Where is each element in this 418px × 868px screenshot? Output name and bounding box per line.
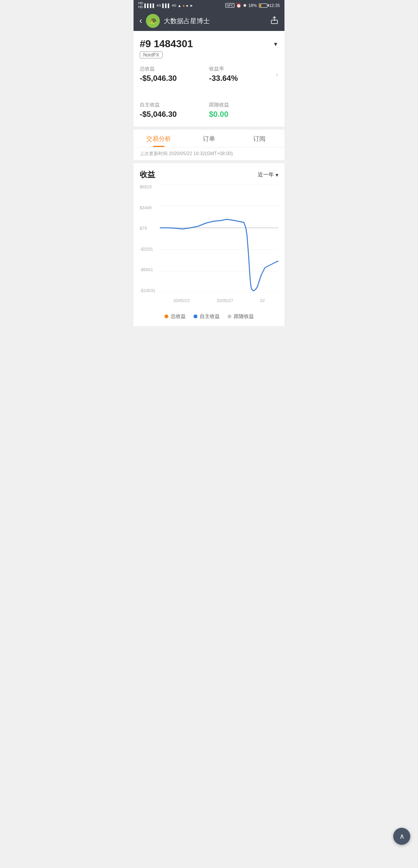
total-profit-label: 总收益 (140, 65, 209, 72)
signal2-icon: ▌▌▌ (162, 3, 170, 8)
app-icon2: ● (186, 3, 188, 8)
legend-dot-blue (194, 314, 197, 318)
self-profit-group: 自主收益 -$5,046.30 (140, 101, 209, 119)
app-icon3: ➤ (190, 3, 193, 8)
page-title: 大数据占星博士 (164, 17, 270, 26)
nfc-icon: NFC (225, 3, 235, 8)
status-right: NFC ⏰ ✱ 18% 12:35 (225, 3, 280, 8)
profit-rate-value: -33.64% (209, 74, 278, 83)
tab-orders[interactable]: 订单 (184, 130, 234, 147)
app-icon1: ● (183, 3, 185, 8)
update-time: 上次更新时间 2020/05/22 16:32(GMT+08:00) (134, 147, 284, 160)
alarm-icon: ⏰ (236, 3, 242, 8)
x-label-1: 20/05/22 (173, 298, 190, 303)
account-dropdown[interactable]: ▼ (273, 41, 278, 47)
self-profit-label: 自主收益 (140, 101, 209, 108)
hd-icon: HDHD (138, 2, 143, 9)
x-label-3: 02 (260, 298, 265, 303)
chevron-down-icon: ▾ (276, 172, 278, 178)
spacer (140, 89, 209, 95)
legend-follow-label: 跟随收益 (234, 313, 254, 320)
avatar: 🐢 (146, 14, 160, 28)
broker-badge: NordFX (140, 51, 163, 58)
y-label-3: $79 (140, 226, 160, 231)
4g-icon: 4G (156, 3, 161, 7)
tabs-section: 交易分析 订单 订阅 上次更新时间 2020/05/22 16:32(GMT+0… (134, 130, 284, 163)
legend-total-label: 总收益 (171, 313, 186, 320)
follow-profit-group: 跟随收益 $0.00 (209, 101, 278, 119)
y-label-5: -$6661 (140, 267, 160, 272)
nav-bar: ‹ 🐢 大数据占星博士 (134, 11, 284, 31)
signal-icon: ▌▌▌▌ (144, 3, 155, 8)
chart-header: 收益 近一年 ▾ (140, 169, 278, 180)
chart-title: 收益 (140, 169, 155, 180)
time: 12:35 (269, 3, 280, 8)
legend-dot-orange (164, 314, 168, 318)
profit-rate-label: 收益率 (209, 65, 278, 72)
x-axis-labels: 20/05/22 20/05/27 02 (160, 293, 278, 308)
wifi-icon: ▲ (178, 3, 182, 8)
y-label-6: -$10031 (140, 288, 160, 293)
profit-rate-group: 收益率 -33.64% › (209, 65, 278, 83)
self-profit-value: -$5,046.30 (140, 110, 209, 119)
y-axis-labels: $6819 $3449 $79 -$3291 -$6661 -$10031 (140, 185, 160, 293)
chart-plot (160, 185, 278, 293)
legend-self-label: 自主收益 (200, 313, 220, 320)
chart-container: $6819 $3449 $79 -$3291 -$6661 -$10031 (140, 185, 278, 308)
battery-percent: 18% (248, 3, 257, 8)
legend-dot-gray (228, 314, 231, 318)
tabs-row: 交易分析 订单 订阅 (134, 130, 284, 147)
chart-legend: 总收益 自主收益 跟随收益 (140, 308, 278, 326)
x-label-2: 20/05/27 (217, 298, 233, 303)
4g2-icon: 4G (172, 3, 176, 7)
period-selector[interactable]: 近一年 ▾ (258, 171, 278, 178)
metrics-grid: 总收益 -$5,046.30 收益率 -33.64% › 自主收益 -$5,04… (140, 65, 278, 119)
legend-total-profit: 总收益 (164, 313, 186, 320)
account-section: #9 1484301 ▼ NordFX 总收益 -$5,046.30 收益率 -… (134, 31, 284, 130)
status-left: HDHD ▌▌▌▌ 4G ▌▌▌ 4G ▲ ● ● ➤ (138, 2, 193, 9)
tab-trading-analysis[interactable]: 交易分析 (134, 130, 184, 147)
chart-section: 收益 近一年 ▾ $6819 $3449 $79 -$3291 -$6661 -… (134, 163, 284, 326)
account-id: #9 1484301 (140, 38, 193, 50)
y-label-2: $3449 (140, 205, 160, 210)
account-header: #9 1484301 ▼ (140, 38, 278, 50)
follow-profit-value: $0.00 (209, 110, 278, 119)
y-label-4: -$3291 (140, 247, 160, 251)
legend-follow-profit: 跟随收益 (228, 313, 254, 320)
chevron-right-icon[interactable]: › (276, 70, 278, 79)
total-profit-group: 总收益 -$5,046.30 (140, 65, 209, 83)
y-label-1: $6819 (140, 185, 160, 189)
follow-profit-label: 跟随收益 (209, 101, 278, 108)
share-button[interactable] (270, 16, 279, 26)
spacer2 (209, 89, 278, 95)
legend-self-profit: 自主收益 (194, 313, 220, 320)
total-profit-value: -$5,046.30 (140, 74, 209, 83)
status-bar: HDHD ▌▌▌▌ 4G ▌▌▌ 4G ▲ ● ● ➤ NFC ⏰ ✱ 18% … (134, 0, 284, 11)
back-button[interactable]: ‹ (139, 17, 142, 25)
tab-subscribe[interactable]: 订阅 (234, 130, 284, 147)
battery-icon (259, 3, 267, 8)
bluetooth-icon: ✱ (243, 3, 247, 8)
